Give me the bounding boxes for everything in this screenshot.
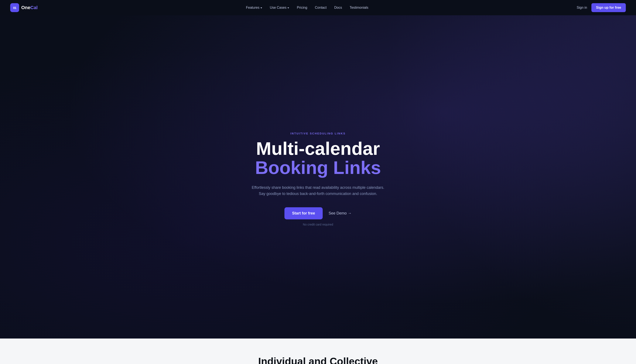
nav-item-features[interactable]: Features [246,6,262,10]
logo[interactable]: 01 OneCal [10,3,38,12]
nav-links: Features Use Cases Pricing Contact Docs [246,6,368,10]
nav-item-use-cases[interactable]: Use Cases [270,6,289,10]
start-free-button[interactable]: Start for free [284,207,323,220]
no-credit-card-note: No credit card required [303,223,333,226]
hero-section: INTUITIVE SCHEDULING LINKS Multi-calenda… [0,15,636,338]
hero-actions: Start for free See Demo → [284,207,352,220]
hero-eyebrow: INTUITIVE SCHEDULING LINKS [290,132,346,135]
nav-link-features[interactable]: Features [246,6,262,10]
hero-title-sub: Booking Links [255,158,381,178]
hero-description: Effortlessly share booking links that re… [252,184,384,197]
nav-item-testimonials[interactable]: Testimonials [350,6,368,10]
section-two-title: Individual and Collective Scheduling [254,356,382,364]
section-two: Individual and Collective Scheduling [0,338,636,364]
logo-icon: 01 [10,3,19,12]
nav-link-testimonials[interactable]: Testimonials [350,6,368,10]
chevron-down-icon [288,8,289,8]
nav-item-docs[interactable]: Docs [334,6,342,10]
nav-link-use-cases[interactable]: Use Cases [270,6,289,10]
sign-in-link[interactable]: Sign in [577,6,587,10]
logo-wordmark: OneCal [21,5,38,10]
nav-actions: Sign in Sign up for free [577,3,626,12]
see-demo-link[interactable]: See Demo → [328,211,352,216]
nav-link-docs[interactable]: Docs [334,6,342,10]
chevron-down-icon [260,8,262,8]
nav-link-contact[interactable]: Contact [315,6,326,10]
navbar: 01 OneCal Features Use Cases Pricing C [0,0,636,15]
hero-title-main: Multi-calendar [256,139,380,158]
nav-item-contact[interactable]: Contact [315,6,326,10]
sign-up-button[interactable]: Sign up for free [592,3,626,12]
nav-item-pricing[interactable]: Pricing [297,6,307,10]
nav-link-pricing[interactable]: Pricing [297,6,307,10]
